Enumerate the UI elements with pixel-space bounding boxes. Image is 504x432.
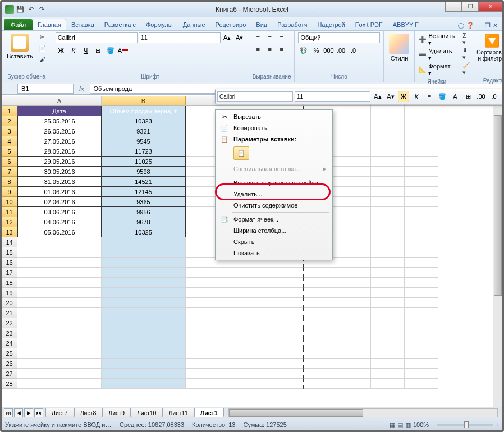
cm-format-cells[interactable]: 📑Формат ячеек... (217, 214, 331, 225)
cell[interactable] (337, 278, 371, 288)
cell[interactable] (337, 308, 371, 318)
cell[interactable] (337, 227, 371, 237)
align-right-icon[interactable]: ≡ (276, 44, 287, 55)
cell[interactable] (337, 207, 371, 217)
cell[interactable]: 26.05.2016 (17, 126, 102, 136)
cm-cut[interactable]: ✂Вырезать (217, 111, 331, 122)
cell[interactable] (371, 177, 405, 187)
cell[interactable] (337, 167, 371, 177)
mini-painter-icon[interactable]: 🖌 (501, 91, 504, 102)
cell[interactable] (186, 318, 304, 328)
cell[interactable]: 04.06.2016 (17, 217, 102, 227)
mini-align-icon[interactable]: ≡ (424, 91, 435, 102)
cell[interactable]: 9598 (102, 167, 186, 177)
cell[interactable] (405, 348, 438, 359)
row-header[interactable]: 13 (2, 227, 17, 237)
cell[interactable] (405, 247, 438, 258)
grow-font-icon[interactable]: A▴ (222, 32, 233, 43)
cell[interactable]: 14521 (102, 177, 186, 187)
cell[interactable] (371, 126, 405, 136)
align-middle-icon[interactable]: ≡ (264, 32, 276, 43)
insert-cells-button[interactable]: ➕ Вставить ▾ (418, 32, 455, 47)
cm-delete[interactable]: Удалить... (217, 189, 331, 200)
tab-view[interactable]: Вид (251, 19, 272, 30)
cell[interactable] (337, 177, 371, 187)
col-header-B[interactable]: B (102, 96, 186, 105)
cell[interactable] (337, 338, 371, 348)
percent-icon[interactable]: % (310, 45, 322, 56)
tab-home[interactable]: Главная (33, 19, 66, 30)
tab-file[interactable]: Файл (4, 19, 33, 30)
cell[interactable] (405, 116, 438, 126)
cell[interactable] (405, 369, 438, 379)
tab-foxit[interactable]: Foxit PDF (350, 19, 388, 30)
currency-icon[interactable]: 💱 (298, 45, 309, 56)
maximize-button[interactable]: ❐ (462, 2, 479, 12)
cell[interactable] (371, 338, 405, 348)
tab-review[interactable]: Рецензиро (210, 19, 251, 30)
cell[interactable] (304, 318, 337, 328)
cell[interactable]: 03.06.2016 (17, 207, 102, 217)
italic-button[interactable]: К (68, 45, 79, 56)
sheet-nav-next[interactable]: ▶ (24, 408, 33, 417)
cell[interactable]: 10325 (102, 227, 186, 237)
shrink-font-icon[interactable]: A▾ (234, 32, 245, 43)
cell[interactable] (371, 318, 405, 328)
name-box[interactable] (17, 84, 74, 94)
cell[interactable] (371, 187, 405, 197)
cell[interactable] (371, 207, 405, 217)
cell[interactable]: 27.05.2016 (17, 136, 102, 146)
cell[interactable] (186, 268, 304, 278)
sheet-nav-last[interactable]: ⏭ (34, 408, 43, 417)
cell[interactable] (102, 348, 186, 359)
row-header[interactable]: 17 (2, 268, 17, 278)
font-color-button[interactable]: A (117, 45, 129, 56)
tab-addins[interactable]: Надстрой (312, 19, 350, 30)
tab-dev[interactable]: Разработч (272, 19, 312, 30)
cell[interactable] (186, 348, 304, 359)
align-top-icon[interactable]: ≡ (253, 32, 264, 43)
cell[interactable] (337, 136, 371, 146)
mini-grow-font-icon[interactable]: A▴ (372, 91, 383, 102)
row-header[interactable]: 21 (2, 308, 17, 318)
cell[interactable] (17, 298, 102, 308)
cell[interactable] (405, 359, 438, 369)
cell[interactable] (371, 106, 405, 116)
cell[interactable]: 02.06.2016 (17, 197, 102, 207)
view-normal-icon[interactable]: ▦ (390, 421, 395, 429)
cell[interactable] (337, 359, 371, 369)
sheet-tab[interactable]: Лист8 (74, 408, 103, 417)
row-header[interactable]: 24 (2, 338, 17, 348)
cell[interactable] (186, 338, 304, 348)
row-header[interactable]: 20 (2, 298, 17, 308)
align-bottom-icon[interactable]: ≡ (276, 32, 287, 43)
cell[interactable] (405, 278, 438, 288)
row-header[interactable]: 4 (2, 136, 17, 146)
cell[interactable] (186, 308, 304, 318)
cell[interactable] (371, 197, 405, 207)
cell[interactable] (371, 227, 405, 237)
cell[interactable] (371, 146, 405, 157)
cell[interactable]: 25.05.2016 (17, 116, 102, 126)
cell[interactable] (304, 328, 337, 338)
mini-shrink-font-icon[interactable]: A▾ (385, 91, 396, 102)
fx-icon[interactable]: fx (74, 85, 90, 92)
cell[interactable] (405, 167, 438, 177)
cell[interactable] (405, 288, 438, 298)
row-header[interactable]: 27 (2, 369, 17, 379)
tab-data[interactable]: Данные (178, 19, 210, 30)
cell[interactable] (405, 207, 438, 217)
cell[interactable] (102, 237, 186, 247)
cell[interactable] (405, 328, 438, 338)
cell[interactable] (371, 308, 405, 318)
mini-fill-icon[interactable]: 🪣 (437, 91, 448, 102)
mdi-restore-icon[interactable]: ❐ (485, 22, 491, 30)
cell[interactable] (371, 348, 405, 359)
vertical-scrollbar[interactable] (493, 106, 502, 407)
cell[interactable] (17, 328, 102, 338)
font-size-select[interactable] (139, 32, 221, 43)
format-cells-button[interactable]: 📐 Формат ▾ (418, 62, 455, 77)
cell[interactable] (371, 157, 405, 167)
cell[interactable] (186, 288, 304, 298)
cell[interactable] (304, 359, 337, 369)
